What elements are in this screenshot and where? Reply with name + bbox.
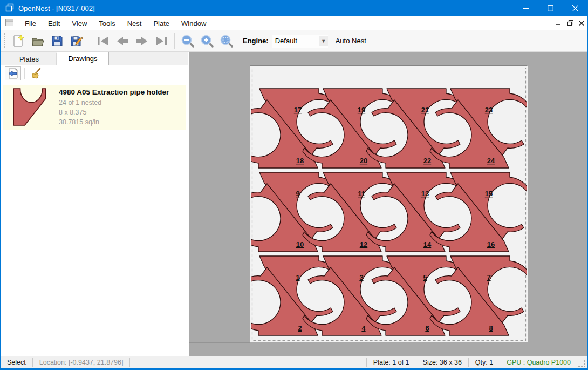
- mdi-close-button[interactable]: [579, 19, 584, 28]
- part-nested-count: 24 of 1 nested: [59, 98, 169, 107]
- status-mode: Select: [1, 359, 32, 366]
- part-number-label: 4: [361, 324, 366, 332]
- part-number-label: 15: [485, 190, 493, 198]
- previous-plate-button[interactable]: [113, 32, 132, 50]
- part-number-label: 19: [358, 106, 365, 114]
- status-gpu: GPU : Quadro P1000: [500, 359, 577, 366]
- menu-edit[interactable]: Edit: [42, 17, 66, 30]
- next-plate-button[interactable]: [132, 32, 152, 50]
- menu-bar: File Edit View Tools Nest Plate Window: [1, 16, 587, 30]
- part-number-label: 24: [487, 157, 495, 165]
- main-toolbar: Engine: Default ▼ Auto Nest: [1, 30, 587, 52]
- status-location: Location: [-0.9437, 21.8796]: [33, 359, 130, 366]
- engine-label: Engine:: [243, 37, 269, 45]
- part-number-label: 10: [296, 240, 304, 248]
- engine-value: Default: [275, 37, 297, 45]
- part-number-label: 1: [296, 273, 299, 281]
- drawing-list-item[interactable]: 4980 A05 Extraction pipe holder 24 of 1 …: [3, 85, 186, 130]
- menu-plate[interactable]: Plate: [147, 17, 175, 30]
- part-number-label: 16: [487, 240, 495, 248]
- part-number-label: 13: [421, 190, 429, 198]
- toolbar-separator: [174, 33, 175, 49]
- auto-nest-button[interactable]: Auto Nest: [336, 37, 366, 45]
- save-button[interactable]: [47, 32, 67, 50]
- part-number-label: 2: [298, 324, 302, 332]
- chevron-down-icon[interactable]: ▼: [319, 36, 328, 46]
- part-number-label: 14: [423, 240, 432, 248]
- maximize-button[interactable]: [538, 0, 563, 16]
- menu-tools[interactable]: Tools: [93, 17, 121, 30]
- tab-drawings[interactable]: Drawings: [57, 52, 109, 65]
- part-area: 30.7815 sq/in: [59, 117, 169, 127]
- close-button[interactable]: [563, 0, 587, 16]
- part-number-label: 6: [425, 324, 429, 332]
- engine-select[interactable]: Default ▼: [272, 35, 328, 48]
- panel-toolbar-separator: [24, 68, 25, 79]
- part-number-label: 18: [296, 157, 304, 165]
- save-as-button[interactable]: [67, 32, 86, 50]
- menu-file[interactable]: File: [19, 17, 42, 30]
- mdi-minimize-button[interactable]: [556, 19, 562, 28]
- resize-grip[interactable]: [578, 360, 586, 368]
- mdi-document-icon[interactable]: [5, 19, 13, 28]
- drawings-panel: 4980 A05 Extraction pipe holder 24 of 1 …: [1, 65, 188, 356]
- plate-svg: 171819202122232491011121314151612345678: [250, 66, 528, 342]
- zoom-out-button[interactable]: [178, 32, 197, 50]
- part-number-label: 7: [487, 273, 490, 281]
- part-number-label: 9: [296, 190, 299, 198]
- last-plate-button[interactable]: [152, 32, 171, 50]
- part-number-label: 21: [421, 106, 429, 114]
- menu-nest[interactable]: Nest: [121, 17, 148, 30]
- part-number-label: 12: [360, 240, 367, 248]
- minimize-button[interactable]: [513, 0, 538, 16]
- part-size: 8 x 8.375: [59, 107, 169, 117]
- mdi-restore-button[interactable]: [567, 19, 573, 28]
- toolbar-grip: [3, 33, 5, 49]
- zoom-in-button[interactable]: [197, 32, 217, 50]
- app-icon: [5, 3, 14, 14]
- plate-sheet[interactable]: 171819202122232491011121314151612345678: [250, 65, 527, 342]
- tab-plates[interactable]: Plates: [2, 53, 57, 65]
- panel-tabstrip: Plates Drawings: [1, 52, 188, 65]
- drawings-toolbar: [1, 65, 188, 82]
- zoom-fit-button[interactable]: [217, 32, 236, 50]
- nest-canvas[interactable]: 171819202122232491011121314151612345678: [189, 52, 587, 356]
- part-number-label: 8: [489, 324, 493, 332]
- status-bar: Select Location: [-0.9437, 21.8796] Plat…: [1, 356, 587, 368]
- send-back-to-drawings-button[interactable]: [5, 66, 21, 80]
- menu-view[interactable]: View: [66, 17, 93, 30]
- part-number-label: 20: [360, 157, 367, 165]
- part-number-label: 23: [485, 106, 493, 114]
- side-panel: Plates Drawings: [1, 52, 188, 356]
- part-number-label: 3: [359, 273, 363, 281]
- status-size: Size: 36 x 36: [416, 359, 468, 366]
- status-qty: Qty: 1: [469, 359, 500, 366]
- part-title: 4980 A05 Extraction pipe holder: [59, 88, 169, 96]
- part-number-label: 11: [358, 190, 365, 198]
- part-number-label: 5: [423, 273, 427, 281]
- title-bar: OpenNest - [N0317-002]: [1, 0, 587, 16]
- bed-boundary-line: [189, 342, 250, 343]
- app-window: OpenNest - [N0317-002] File Edit View To…: [0, 0, 588, 370]
- part-thumbnail: [9, 88, 51, 127]
- status-plate: Plate: 1 of 1: [367, 359, 416, 366]
- toolbar-separator: [90, 33, 90, 49]
- new-file-button[interactable]: [9, 32, 28, 50]
- first-plate-button[interactable]: [93, 32, 113, 50]
- part-number-label: 22: [423, 157, 431, 165]
- clear-drawings-button[interactable]: [28, 66, 44, 80]
- part-number-label: 17: [294, 106, 302, 114]
- open-file-button[interactable]: [28, 32, 47, 50]
- menu-window[interactable]: Window: [175, 17, 212, 30]
- window-title: OpenNest - [N0317-002]: [18, 4, 95, 12]
